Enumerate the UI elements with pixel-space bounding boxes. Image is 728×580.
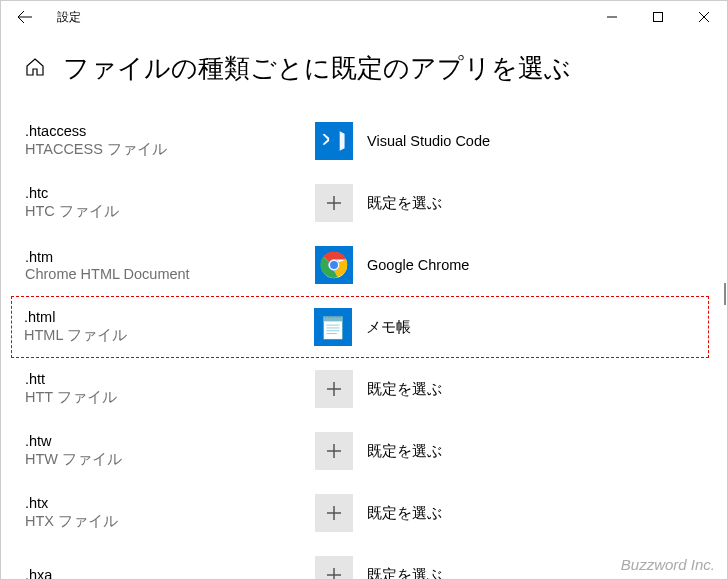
extension-description: HTC ファイル — [25, 202, 315, 221]
home-button[interactable] — [25, 57, 45, 81]
titlebar: 設定 — [1, 1, 727, 33]
default-app-button[interactable]: メモ帳 — [314, 308, 411, 346]
back-button[interactable] — [9, 1, 41, 33]
app-icon — [315, 432, 353, 470]
content-area: ファイルの種類ごとに既定のアプリを選ぶ .htaccessHTACCESS ファ… — [1, 33, 727, 580]
home-icon — [25, 57, 45, 77]
app-icon — [315, 122, 353, 160]
app-name: 既定を選ぶ — [367, 380, 442, 399]
close-icon — [699, 12, 709, 22]
default-app-button[interactable]: 既定を選ぶ — [315, 184, 442, 222]
extension-description: HTW ファイル — [25, 450, 315, 469]
plus-icon — [324, 193, 344, 213]
default-app-button[interactable]: 既定を選ぶ — [315, 432, 442, 470]
file-type-row: .htaccessHTACCESS ファイルVisual Studio Code — [25, 110, 703, 172]
extension-description: HTACCESS ファイル — [25, 140, 315, 159]
minimize-icon — [607, 12, 617, 22]
arrow-left-icon — [17, 9, 33, 25]
notepad-icon — [318, 312, 348, 342]
app-icon — [315, 370, 353, 408]
extension-name: .html — [24, 309, 314, 325]
extension-column: .htcHTC ファイル — [25, 185, 315, 221]
app-name: 既定を選ぶ — [367, 504, 442, 523]
file-type-row: .htmlHTML ファイル メモ帳 — [11, 296, 709, 358]
file-type-row: .htcHTC ファイル既定を選ぶ — [25, 172, 703, 234]
file-type-row: .hxa既定を選ぶ — [25, 544, 703, 580]
extension-column: .hxa — [25, 567, 315, 580]
extension-description: HTX ファイル — [25, 512, 315, 531]
default-app-button[interactable]: Visual Studio Code — [315, 122, 490, 160]
app-name: Google Chrome — [367, 257, 469, 273]
close-button[interactable] — [681, 1, 727, 33]
file-type-row: .htwHTW ファイル既定を選ぶ — [25, 420, 703, 482]
maximize-icon — [653, 12, 663, 22]
minimize-button[interactable] — [589, 1, 635, 33]
file-type-row: .htmChrome HTML Document Google Chrome — [25, 234, 703, 296]
extension-column: .htxHTX ファイル — [25, 495, 315, 531]
page-title: ファイルの種類ごとに既定のアプリを選ぶ — [63, 51, 571, 86]
plus-icon — [324, 441, 344, 461]
maximize-button[interactable] — [635, 1, 681, 33]
watermark: Buzzword Inc. — [621, 556, 715, 573]
extension-column: .htwHTW ファイル — [25, 433, 315, 469]
app-icon — [315, 556, 353, 580]
default-app-button[interactable]: Google Chrome — [315, 246, 469, 284]
app-icon — [315, 246, 353, 284]
plus-icon — [324, 503, 344, 523]
plus-icon — [324, 565, 344, 580]
app-name: メモ帳 — [366, 318, 411, 337]
vscode-icon — [321, 128, 347, 154]
app-name: 既定を選ぶ — [367, 442, 442, 461]
extension-column: .httHTT ファイル — [25, 371, 315, 407]
extension-name: .htaccess — [25, 123, 315, 139]
file-type-row: .htxHTX ファイル既定を選ぶ — [25, 482, 703, 544]
extension-name: .htm — [25, 249, 315, 265]
file-type-row: .httHTT ファイル既定を選ぶ — [25, 358, 703, 420]
app-name: 既定を選ぶ — [367, 566, 442, 581]
extension-name: .hxa — [25, 567, 315, 580]
extension-column: .htmChrome HTML Document — [25, 249, 315, 282]
window-title: 設定 — [57, 9, 81, 26]
app-icon — [315, 184, 353, 222]
extension-description: HTT ファイル — [25, 388, 315, 407]
chrome-icon — [319, 250, 349, 280]
svg-rect-0 — [654, 13, 663, 22]
extension-name: .htc — [25, 185, 315, 201]
app-icon — [315, 494, 353, 532]
page-header: ファイルの種類ごとに既定のアプリを選ぶ — [25, 51, 703, 86]
svg-point-3 — [329, 260, 338, 269]
extension-description: HTML ファイル — [24, 326, 314, 345]
extension-name: .htt — [25, 371, 315, 387]
plus-icon — [324, 379, 344, 399]
app-name: 既定を選ぶ — [367, 194, 442, 213]
app-icon — [314, 308, 352, 346]
app-name: Visual Studio Code — [367, 133, 490, 149]
extension-column: .htmlHTML ファイル — [24, 309, 314, 345]
extension-column: .htaccessHTACCESS ファイル — [25, 123, 315, 159]
extension-name: .htw — [25, 433, 315, 449]
default-app-button[interactable]: 既定を選ぶ — [315, 370, 442, 408]
extension-name: .htx — [25, 495, 315, 511]
extension-description: Chrome HTML Document — [25, 266, 315, 282]
file-type-list: .htaccessHTACCESS ファイルVisual Studio Code… — [25, 110, 703, 580]
scrollbar-thumb[interactable] — [724, 283, 726, 305]
default-app-button[interactable]: 既定を選ぶ — [315, 494, 442, 532]
default-app-button[interactable]: 既定を選ぶ — [315, 556, 442, 580]
